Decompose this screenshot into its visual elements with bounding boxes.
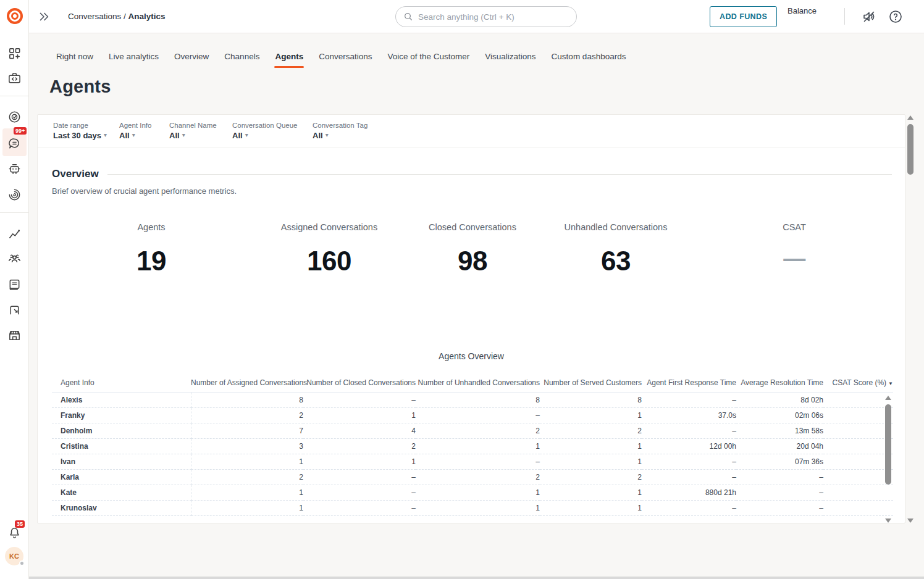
cell-agent: Kate xyxy=(52,485,191,501)
filter-label: Conversation Queue xyxy=(232,122,313,129)
presence-status-dot xyxy=(19,560,25,566)
cell-assigned: 2 xyxy=(191,408,303,423)
table-row[interactable]: Kate 1 – 1 1 880d 21h – xyxy=(52,485,893,501)
filter-date-range[interactable]: Date range Last 30 days▾ xyxy=(53,122,119,148)
balance-label[interactable]: Balance xyxy=(788,6,817,15)
search-input[interactable] xyxy=(418,12,569,22)
col-resolution[interactable]: Average Resolution Time xyxy=(736,374,823,393)
cell-assigned: 1 xyxy=(191,454,303,470)
moments-target-icon[interactable] xyxy=(7,110,22,124)
cell-assigned: 2 xyxy=(191,470,303,485)
mute-sound-icon[interactable] xyxy=(862,9,876,24)
notifications-bell-icon[interactable] xyxy=(7,526,22,540)
table-scrollbar[interactable] xyxy=(884,396,892,523)
tab-visualizations[interactable]: Visualizations xyxy=(484,48,536,70)
metric-value: 98 xyxy=(389,246,556,277)
user-avatar[interactable]: KC xyxy=(5,547,23,565)
col-csat-score[interactable]: CSAT Score (%)▼ xyxy=(823,374,893,393)
table-row[interactable]: Krunoslav 1 – 1 1 – – xyxy=(52,501,893,516)
forms-flag-icon[interactable] xyxy=(7,303,22,317)
table-row[interactable]: Cristina 3 2 1 1 12d 00h 20d 04h xyxy=(52,439,893,454)
cell-served: 2 xyxy=(540,423,642,439)
infobip-logo-icon[interactable] xyxy=(6,7,23,25)
conversations-chat-icon[interactable] xyxy=(7,136,22,151)
horizontal-scrollbar-track[interactable] xyxy=(0,577,924,579)
table-row[interactable]: Denholm 7 4 2 2 – 13m 58s xyxy=(52,423,893,439)
sidebar-divider xyxy=(0,212,28,213)
cell-served: 1 xyxy=(540,408,642,423)
help-icon[interactable] xyxy=(888,9,903,24)
cell-resolution: 20d 04h xyxy=(736,439,823,454)
scroll-down-icon[interactable] xyxy=(907,519,914,523)
overview-section-header: Overview xyxy=(52,168,892,180)
filter-label: Channel Name xyxy=(169,122,232,129)
marketplace-store-icon[interactable] xyxy=(7,328,22,343)
metric-unhandled-conversations: Unhandled Conversations 63 xyxy=(532,222,699,277)
sort-desc-icon: ▼ xyxy=(888,381,893,386)
global-search[interactable] xyxy=(395,6,577,27)
cell-served: 1 xyxy=(540,439,642,454)
col-agent-info[interactable]: Agent Info xyxy=(52,374,191,393)
col-first-response[interactable]: Agent First Response Time xyxy=(642,374,736,393)
table-row[interactable]: Alexis 8 – 8 8 – 8d 02h xyxy=(52,393,893,408)
analytics-chart-icon[interactable] xyxy=(7,227,22,241)
chevron-down-icon: ▾ xyxy=(182,131,185,138)
col-served[interactable]: Number of Served Customers xyxy=(540,374,642,393)
col-unhandled[interactable]: Number of Unhandled Conversations xyxy=(416,374,540,393)
flow-spiral-icon[interactable] xyxy=(7,188,22,202)
col-closed[interactable]: Number of Closed Conversations xyxy=(303,374,416,393)
expand-sidebar-icon[interactable] xyxy=(37,10,51,23)
filter-label: Agent Info xyxy=(119,122,169,129)
cell-csat xyxy=(823,439,893,454)
cell-first-response: – xyxy=(642,423,736,439)
sidebar: 99+ xyxy=(0,0,29,579)
content-scrollbar[interactable] xyxy=(907,115,914,523)
scroll-down-icon[interactable] xyxy=(885,519,891,523)
scroll-up-icon[interactable] xyxy=(885,396,891,400)
tab-channels[interactable]: Channels xyxy=(224,48,260,70)
metric-label: Unhandled Conversations xyxy=(532,222,699,232)
knowledge-book-icon[interactable] xyxy=(7,278,22,292)
tab-custom-dashboards[interactable]: Custom dashboards xyxy=(551,48,627,70)
agents-overview-table: Agent Info Number of Assigned Conversati… xyxy=(52,374,893,516)
filter-label: Date range xyxy=(53,122,119,129)
overview-subtitle: Brief overview of crucial agent performa… xyxy=(52,186,237,196)
breadcrumb[interactable]: Conversations / Analytics xyxy=(68,12,166,21)
filter-conversation-queue[interactable]: Conversation Queue All▾ xyxy=(232,122,313,148)
filter-agent-info[interactable]: Agent Info All▾ xyxy=(119,122,169,148)
scrollbar-thumb[interactable] xyxy=(907,124,914,175)
scroll-up-icon[interactable] xyxy=(907,115,914,120)
answers-bot-icon[interactable] xyxy=(7,162,22,176)
metric-value: 160 xyxy=(246,246,413,277)
add-funds-button[interactable]: ADD FUNDS xyxy=(710,6,777,27)
cell-resolution: 8d 02h xyxy=(736,393,823,408)
scrollbar-thumb[interactable] xyxy=(885,404,891,485)
table-row[interactable]: Franky 2 1 – 1 37.0s 02m 06s xyxy=(52,408,893,423)
tab-conversations[interactable]: Conversations xyxy=(318,48,372,70)
tab-live-analytics[interactable]: Live analytics xyxy=(108,48,159,70)
cell-csat xyxy=(823,393,893,408)
tab-right-now[interactable]: Right now xyxy=(56,48,94,70)
breadcrumb-section[interactable]: Conversations xyxy=(68,12,121,21)
apps-grid-plus-icon[interactable] xyxy=(7,46,22,60)
cell-closed: – xyxy=(303,485,416,501)
cell-agent: Alexis xyxy=(52,393,191,408)
tab-agents[interactable]: Agents xyxy=(274,48,304,70)
cell-csat xyxy=(823,408,893,423)
tab-overview[interactable]: Overview xyxy=(174,48,209,70)
filter-value: Last 30 days xyxy=(53,131,101,140)
cell-resolution: 13m 58s xyxy=(736,423,823,439)
table-row[interactable]: Karla 2 – 2 2 – – xyxy=(52,470,893,485)
tab-voice-of-the-customer[interactable]: Voice of the Customer xyxy=(387,48,470,70)
audiences-people-icon[interactable] xyxy=(7,252,22,266)
dev-tools-icon[interactable] xyxy=(7,71,22,85)
table-row[interactable]: Ivan 1 1 – 1 – 07m 36s xyxy=(52,454,893,470)
cell-csat xyxy=(823,501,893,516)
cell-csat xyxy=(823,454,893,470)
filter-value: All xyxy=(119,131,130,140)
cell-resolution: 02m 06s xyxy=(736,408,823,423)
filter-conversation-tag[interactable]: Conversation Tag All▾ xyxy=(313,122,380,148)
col-assigned[interactable]: Number of Assigned Conversations xyxy=(191,374,303,393)
filter-channel-name[interactable]: Channel Name All▾ xyxy=(169,122,232,148)
cell-assigned: 1 xyxy=(191,501,303,516)
